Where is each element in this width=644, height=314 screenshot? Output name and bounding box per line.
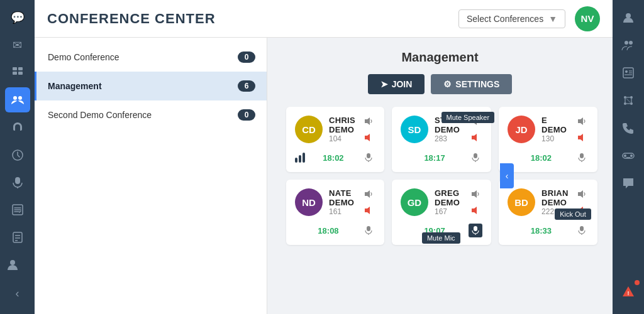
participant-number: 167: [435, 207, 462, 216]
chat-right-icon[interactable]: [616, 171, 641, 196]
participant-avatar: BD: [508, 188, 535, 216]
join-button[interactable]: ➤ JOIN: [368, 74, 425, 94]
conference-list-item[interactable]: Second Demo Conference 0: [35, 100, 267, 129]
participant-number: 161: [329, 207, 355, 216]
volume-down-icon[interactable]: [469, 203, 482, 217]
management-panel: Management ➤ JOIN ⚙ SETTINGS CD CHRIS DE…: [267, 38, 613, 314]
svg-point-4: [13, 96, 17, 100]
volume-down-icon[interactable]: [362, 203, 375, 217]
speaker-icon[interactable]: [575, 114, 589, 128]
alert-icon[interactable]: !: [616, 279, 641, 304]
user-avatar[interactable]: NV: [575, 6, 600, 31]
header: CONFERENCE CENTER Select Conferences ▼ N…: [35, 0, 613, 38]
notes-icon[interactable]: [5, 225, 30, 250]
svg-point-43: [625, 70, 628, 73]
participant-avatar: SD: [401, 116, 428, 143]
tasks-icon[interactable]: [5, 197, 30, 222]
volume-down-icon[interactable]: [575, 203, 589, 217]
participant-info: NATE DEMO 161: [329, 188, 355, 216]
collapse-button[interactable]: ‹: [0, 278, 35, 309]
svg-marker-20: [472, 134, 477, 141]
volume-down-icon[interactable]: [575, 131, 589, 144]
audio-bar: [299, 155, 301, 163]
contact-right-icon[interactable]: [616, 5, 641, 30]
settings-button[interactable]: ⚙ SETTINGS: [431, 74, 512, 94]
participant-time: 18:33: [531, 226, 552, 236]
network-right-icon[interactable]: [616, 88, 641, 113]
svg-text:!: !: [628, 290, 630, 296]
participant-name: STEVE DEMO: [435, 116, 462, 134]
audio-bars: [295, 153, 305, 163]
participant-time: 18:02: [323, 153, 343, 163]
speaker-icon[interactable]: [362, 187, 375, 201]
svg-point-41: [629, 41, 633, 45]
svg-point-40: [625, 41, 628, 45]
conference-list-item[interactable]: Demo Conference 0: [35, 43, 267, 72]
participant-card: Mute Mic GD GREG DEMO 167: [392, 180, 491, 245]
panel-collapse-arrow[interactable]: ‹: [500, 163, 514, 188]
participant-bottom: 18:02: [508, 148, 589, 165]
svg-point-5: [18, 96, 22, 100]
message-icon[interactable]: ✉: [5, 33, 30, 58]
headset-icon[interactable]: [5, 115, 30, 140]
svg-marker-16: [365, 134, 370, 141]
calculator-icon[interactable]: [5, 60, 30, 85]
svg-rect-2: [13, 72, 17, 75]
mic-icon[interactable]: [575, 151, 589, 165]
select-conferences-dropdown[interactable]: Select Conferences ▼: [458, 9, 565, 28]
user-bottom-icon[interactable]: ‹: [0, 252, 35, 309]
svg-point-47: [624, 96, 626, 99]
svg-rect-33: [474, 226, 477, 231]
speaker-icon[interactable]: [362, 114, 375, 128]
conference-badge: 0: [238, 109, 255, 121]
phone-right-icon[interactable]: [616, 116, 641, 141]
directory-right-icon[interactable]: [616, 60, 641, 85]
conference-list-item[interactable]: Management 6: [35, 72, 267, 100]
conference-icon[interactable]: [5, 87, 30, 112]
body-area: Demo Conference 0 Management 6 Second De…: [35, 38, 613, 314]
group-right-icon[interactable]: [616, 33, 641, 58]
participant-top: JD E DEMO 130: [508, 114, 589, 144]
speaker-icon[interactable]: [469, 187, 482, 201]
mic-sidebar-icon[interactable]: [5, 170, 30, 195]
participant-controls: [575, 114, 589, 144]
settings-label: SETTINGS: [455, 79, 499, 89]
mic-icon[interactable]: [469, 151, 482, 165]
speaker-icon[interactable]: [469, 114, 482, 128]
svg-marker-27: [365, 190, 370, 198]
conference-item-label: Demo Conference: [48, 52, 238, 62]
conference-item-label: Management: [48, 81, 238, 91]
conference-badge: 6: [238, 80, 255, 92]
participant-number: 222: [541, 207, 569, 216]
svg-marker-15: [365, 117, 370, 125]
voicemail-right-icon[interactable]: [616, 143, 641, 168]
mic-icon[interactable]: [469, 224, 482, 237]
chat-icon[interactable]: 💬: [5, 5, 30, 30]
mic-icon[interactable]: [575, 224, 589, 237]
participant-bottom: 18:17: [401, 148, 482, 165]
volume-down-icon[interactable]: [469, 131, 482, 144]
clock-icon[interactable]: [5, 143, 30, 168]
svg-marker-24: [578, 134, 583, 141]
mic-icon[interactable]: [362, 151, 375, 165]
participant-top: GD GREG DEMO 167: [401, 187, 482, 217]
participant-grid: CD CHRIS DEMO 104: [286, 107, 594, 245]
svg-marker-23: [578, 117, 583, 125]
right-sidebar: !: [613, 0, 644, 314]
management-title: Management: [286, 50, 594, 65]
participant-time: 18:08: [318, 226, 338, 236]
participant-controls: [575, 187, 589, 217]
speaker-icon[interactable]: [575, 187, 589, 201]
mic-icon[interactable]: [362, 224, 375, 237]
participant-time: 18:17: [424, 153, 445, 163]
app-title: CONFERENCE CENTER: [47, 11, 458, 27]
participant-info: BRIAN DEMO 222: [541, 188, 569, 216]
volume-down-icon[interactable]: [362, 131, 375, 144]
user-icon[interactable]: [0, 252, 25, 278]
svg-rect-7: [15, 177, 20, 184]
svg-rect-21: [474, 153, 477, 158]
svg-marker-32: [472, 207, 477, 214]
participant-controls: [362, 114, 375, 144]
participant-controls: [362, 187, 375, 217]
right-sidebar-bottom: !: [613, 279, 644, 309]
